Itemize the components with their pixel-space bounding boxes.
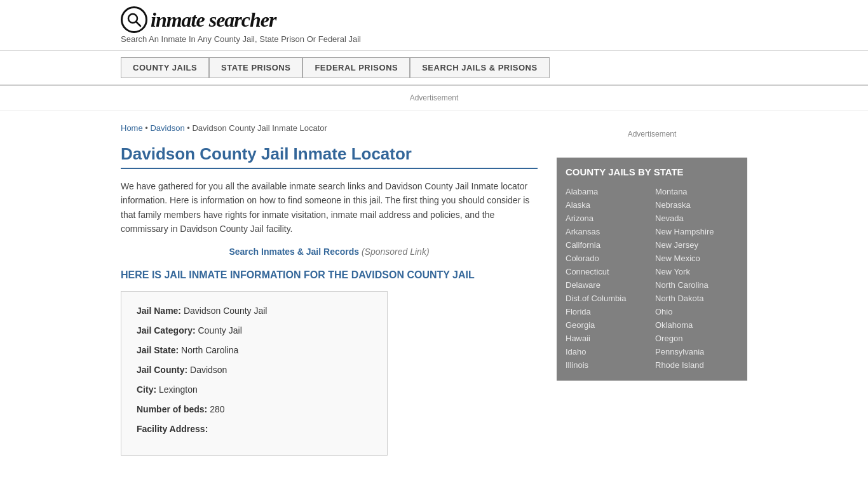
city-value-text: Lexington <box>159 384 198 395</box>
logo-icon <box>121 6 147 33</box>
state-link-alabama[interactable]: Alabama <box>566 185 649 198</box>
beds-row: Number of beds: 280 <box>137 403 372 416</box>
city-label: City: <box>137 384 156 395</box>
state-link-colorado[interactable]: Colorado <box>566 252 649 265</box>
jail-county-row: Jail County: Davidson <box>137 363 372 377</box>
county-jails-by-state-box: COUNTY JAILS BY STATE Alabama Alaska Ari… <box>557 158 747 381</box>
state-link-pennsylvania[interactable]: Pennsylvania <box>655 345 738 358</box>
state-link-northdakota[interactable]: North Dakota <box>655 292 738 305</box>
jail-category-value-text: County Jail <box>198 325 241 336</box>
state-link-arkansas[interactable]: Arkansas <box>566 225 649 238</box>
state-link-georgia[interactable]: Georgia <box>566 318 649 332</box>
state-link-distofcolumbia[interactable]: Dist.of Columbia <box>566 292 649 305</box>
jail-state-value-text: North Carolina <box>181 345 238 355</box>
search-link-area: Search Inmates & Jail Records (Sponsored… <box>121 247 538 257</box>
svg-line-1 <box>137 22 141 27</box>
beds-label: Number of beds: <box>137 404 207 414</box>
jail-category-row: Jail Category: County Jail <box>137 324 372 337</box>
jail-category-label: Jail Category: <box>137 325 196 336</box>
jail-name-row: Jail Name: Davidson County Jail <box>137 304 372 318</box>
nav-search-jails[interactable]: SEARCH JAILS & PRISONS <box>410 57 549 78</box>
ad-bar-label: Advertisement <box>410 93 459 102</box>
advertisement-bar: Advertisement <box>0 86 868 111</box>
main-layout: Home • Davidson • Davidson County Jail I… <box>0 111 868 468</box>
states-col1: Alabama Alaska Arizona Arkansas Californ… <box>566 185 649 372</box>
content-area: Home • Davidson • Davidson County Jail I… <box>121 111 538 468</box>
state-link-oklahoma[interactable]: Oklahoma <box>655 318 738 332</box>
state-link-connecticut[interactable]: Connecticut <box>566 265 649 278</box>
breadcrumb-current: Davidson County Jail Inmate Locator <box>192 123 327 133</box>
state-link-hawaii[interactable]: Hawaii <box>566 332 649 345</box>
state-link-northcarolina[interactable]: North Carolina <box>655 278 738 292</box>
state-link-oregon[interactable]: Oregon <box>655 332 738 345</box>
state-link-newjersey[interactable]: New Jersey <box>655 238 738 252</box>
state-link-california[interactable]: California <box>566 238 649 252</box>
state-link-illinois[interactable]: Illinois <box>566 358 649 372</box>
state-link-newyork[interactable]: New York <box>655 265 738 278</box>
nav-county-jails[interactable]: COUNTY JAILS <box>121 57 209 78</box>
nav-federal-prisons[interactable]: FEDERAL PRISONS <box>302 57 410 78</box>
tagline: Search An Inmate In Any County Jail, Sta… <box>121 34 747 44</box>
jail-state-label: Jail State: <box>137 345 179 355</box>
breadcrumb: Home • Davidson • Davidson County Jail I… <box>121 123 538 133</box>
states-grid: Alabama Alaska Arizona Arkansas Californ… <box>566 185 738 372</box>
state-link-montana[interactable]: Montana <box>655 185 738 198</box>
state-box-title: COUNTY JAILS BY STATE <box>566 166 738 177</box>
state-link-nevada[interactable]: Nevada <box>655 212 738 225</box>
state-link-newmexico[interactable]: New Mexico <box>655 252 738 265</box>
breadcrumb-home[interactable]: Home <box>121 123 143 133</box>
state-link-florida[interactable]: Florida <box>566 305 649 318</box>
nav-state-prisons[interactable]: STATE PRISONS <box>209 57 302 78</box>
sidebar: Advertisement COUNTY JAILS BY STATE Alab… <box>557 111 747 468</box>
search-inmates-link[interactable]: Search Inmates & Jail Records <box>229 247 359 257</box>
state-link-ohio[interactable]: Ohio <box>655 305 738 318</box>
jail-county-value-text: Davidson <box>190 365 227 375</box>
sponsored-text: (Sponsored Link) <box>362 247 430 257</box>
jail-state-row: Jail State: North Carolina <box>137 344 372 357</box>
sidebar-advertisement: Advertisement <box>557 123 747 145</box>
state-link-arizona[interactable]: Arizona <box>566 212 649 225</box>
address-row: Facility Address: <box>137 423 372 436</box>
logo-text: inmate searcher <box>151 8 276 32</box>
state-link-rhodeisland[interactable]: Rhode Island <box>655 358 738 372</box>
state-link-nebraska[interactable]: Nebraska <box>655 198 738 212</box>
address-label: Facility Address: <box>137 424 208 434</box>
states-col2: Montana Nebraska Nevada New Hampshire Ne… <box>655 185 738 372</box>
jail-name-value-text: Davidson County Jail <box>184 306 268 316</box>
header: inmate searcher Search An Inmate In Any … <box>0 0 868 51</box>
state-link-delaware[interactable]: Delaware <box>566 278 649 292</box>
city-row: City: Lexington <box>137 383 372 396</box>
state-link-idaho[interactable]: Idaho <box>566 345 649 358</box>
navigation: COUNTY JAILS STATE PRISONS FEDERAL PRISO… <box>0 51 868 86</box>
description-text: We have gathered for you all the availab… <box>121 179 538 236</box>
beds-value-text: 280 <box>210 404 224 414</box>
jail-info-heading: HERE IS JAIL INMATE INFORMATION FOR THE … <box>121 269 538 281</box>
page-title: Davidson County Jail Inmate Locator <box>121 144 538 169</box>
state-link-newhampshire[interactable]: New Hampshire <box>655 225 738 238</box>
jail-county-label: Jail County: <box>137 365 187 375</box>
breadcrumb-davidson[interactable]: Davidson <box>150 123 184 133</box>
state-link-alaska[interactable]: Alaska <box>566 198 649 212</box>
logo-area: inmate searcher <box>121 6 747 33</box>
jail-name-label: Jail Name: <box>137 306 181 316</box>
info-card: Jail Name: Davidson County Jail Jail Cat… <box>121 291 388 456</box>
